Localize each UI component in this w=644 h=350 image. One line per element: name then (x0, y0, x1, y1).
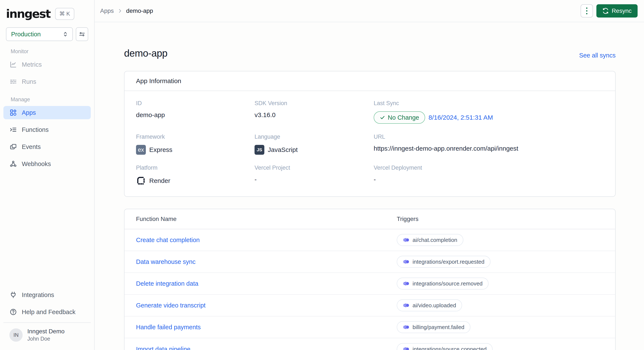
command-palette-shortcut[interactable]: ⌘ K (55, 8, 74, 20)
sidebar-item-label: Webhooks (22, 160, 51, 168)
trigger-pill: integrations/export.requested (397, 256, 490, 268)
field-label: Last Sync (374, 100, 604, 107)
functions-table-header: Function Name Triggers (124, 209, 615, 229)
app-information-header: App Information (124, 71, 615, 91)
sidebar-item-label: Functions (22, 126, 49, 133)
function-link[interactable]: Generate video transcript (136, 302, 397, 309)
profile-user: John Doe (27, 336, 64, 342)
no-change-badge: No Change (374, 111, 425, 124)
functions-icon (10, 126, 17, 134)
table-row: Import data pipeline integrations/source… (124, 338, 615, 350)
field-value: demo-app (136, 111, 254, 119)
webhooks-icon (10, 160, 17, 168)
trigger-label: ai/chat.completion (412, 237, 458, 243)
nav-section-manage: Manage (4, 96, 91, 103)
app-root: inngest ⌘ K Production Monitor (0, 0, 644, 350)
more-options-button[interactable] (580, 4, 593, 18)
resync-button[interactable]: Resync (596, 4, 638, 18)
functions-card: Function Name Triggers Create chat compl… (124, 209, 616, 350)
sidebar-item-label: Integrations (22, 291, 54, 298)
sidebar-item-apps[interactable]: Apps (4, 106, 91, 119)
topbar: Apps demo-app Resync (94, 0, 644, 22)
environment-select[interactable]: Production (6, 27, 73, 41)
table-row: Delete integration data integrations/sou… (124, 273, 615, 295)
trigger-label: integrations/export.requested (412, 258, 484, 265)
check-icon (380, 115, 385, 120)
field-vercel-project: Vercel Project - (254, 165, 374, 186)
field-framework: Framework ex Express (136, 134, 254, 155)
javascript-icon: JS (254, 145, 264, 155)
event-trigger-icon (403, 346, 410, 350)
field-label: Language (254, 134, 374, 140)
logo-row: inngest ⌘ K (0, 0, 94, 22)
table-row: Handle failed payments billing/payment.f… (124, 316, 615, 338)
function-link[interactable]: Handle failed payments (136, 324, 397, 331)
sidebar-item-label: Events (22, 143, 41, 150)
event-trigger-icon (403, 302, 410, 308)
field-label: ID (136, 100, 254, 107)
sliders-icon (79, 31, 85, 37)
function-link[interactable]: Import data pipeline (136, 346, 397, 350)
plug-icon (10, 291, 17, 299)
trigger-label: integrations/source.removed (412, 280, 482, 287)
field-sdk-version: SDK Version v3.16.0 (254, 100, 374, 124)
runs-icon (10, 78, 17, 86)
function-link[interactable]: Data warehouse sync (136, 258, 397, 265)
field-language: Language JS JavaScript (254, 134, 374, 155)
field-url: URL https://inngest-demo-app.onrender.co… (374, 134, 604, 155)
field-value: - (254, 176, 374, 183)
see-all-syncs-link[interactable]: See all syncs (579, 52, 616, 59)
field-platform: Platform Render (136, 165, 254, 186)
field-value: ex Express (136, 145, 254, 155)
no-change-label: No Change (388, 114, 419, 121)
topbar-actions: Resync (580, 4, 638, 18)
field-label: Vercel Project (254, 165, 374, 171)
metrics-icon (10, 61, 17, 68)
table-row: Data warehouse sync integrations/export.… (124, 251, 615, 273)
sidebar-item-help[interactable]: Help and Feedback (4, 305, 91, 318)
field-label: Framework (136, 134, 254, 140)
last-sync-date-link[interactable]: 8/16/2024, 2:51:31 AM (428, 114, 493, 121)
sidebar-item-label: Runs (22, 78, 36, 85)
table-row: Create chat completion ai/chat.completio… (124, 229, 615, 251)
event-trigger-icon (403, 281, 410, 286)
sidebar-item-metrics[interactable]: Metrics (4, 58, 91, 71)
function-link[interactable]: Create chat completion (136, 236, 397, 244)
field-last-sync: Last Sync No Change 8/16/2024, 2:51:31 A… (374, 100, 604, 124)
environment-settings-button[interactable] (76, 27, 88, 41)
sidebar-item-integrations[interactable]: Integrations (4, 288, 91, 301)
avatar: IN (10, 328, 23, 342)
kebab-dot (586, 13, 588, 14)
sidebar-item-functions[interactable]: Functions (4, 123, 91, 136)
sidebar-item-webhooks[interactable]: Webhooks (4, 157, 91, 171)
kebab-dot (586, 8, 588, 9)
profile-menu[interactable]: IN Inngest Demo John Doe (4, 323, 91, 348)
framework-value: Express (149, 146, 172, 153)
breadcrumb-current: demo-app (126, 8, 153, 14)
sidebar-item-label: Metrics (22, 61, 42, 68)
page-title: demo-app (124, 48, 168, 59)
trigger-label: integrations/source.connected (412, 346, 487, 350)
field-id: ID demo-app (136, 100, 254, 124)
sidebar-item-runs[interactable]: Runs (4, 75, 91, 88)
breadcrumb-apps[interactable]: Apps (100, 8, 114, 14)
sidebar: inngest ⌘ K Production Monitor (0, 0, 94, 350)
sidebar-spacer (0, 174, 94, 288)
page-head: demo-app See all syncs (124, 48, 616, 59)
field-label: Vercel Deployment (374, 165, 604, 171)
field-label: URL (374, 134, 604, 140)
trigger-pill: ai/video.uploaded (397, 299, 462, 311)
platform-value: Render (149, 177, 170, 184)
unfold-chevrons-icon (62, 31, 68, 37)
field-vercel-deployment: Vercel Deployment - (374, 165, 604, 186)
field-value: v3.16.0 (254, 111, 374, 119)
field-label: Platform (136, 165, 254, 171)
field-label: SDK Version (254, 100, 374, 107)
trigger-label: ai/video.uploaded (412, 302, 456, 309)
sidebar-item-label: Apps (22, 109, 36, 116)
function-link[interactable]: Delete integration data (136, 280, 397, 287)
sidebar-item-events[interactable]: Events (4, 140, 91, 153)
event-trigger-icon (403, 237, 410, 243)
trigger-pill: integrations/source.removed (397, 277, 488, 289)
field-value: - (374, 176, 604, 183)
